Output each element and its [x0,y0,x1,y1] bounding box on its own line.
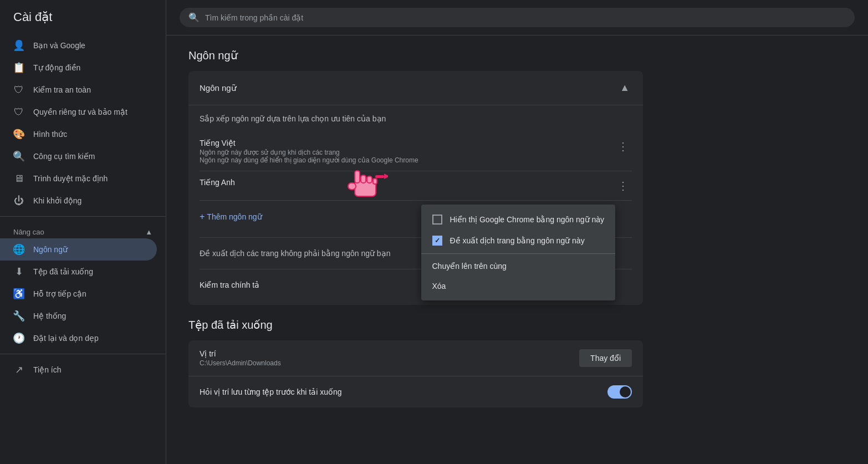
sidebar-label-trinh-duyet-mac-dinh: Trình duyệt mặc định [33,174,108,183]
download-icon: ⬇ [13,266,24,277]
autofill-icon: 📋 [13,62,24,73]
language-card-header: Ngôn ngữ ▲ [188,71,643,105]
collapse-icon: ▲ [145,228,152,236]
spell-check-label: Kiểm tra chính tả [200,281,259,289]
ctx-label-move-top: Chuyển lên trên cùng [432,262,507,271]
lang-info-anh: Tiếng Anh [200,178,235,188]
main-content: 🔍 Ngôn ngữ Ngôn ngữ ▲ Sắp xếp ngôn ngữ d… [166,0,868,464]
ask-location-toggle[interactable] [607,385,632,399]
sidebar-label-cong-cu-tim-kiem: Công cụ tìm kiếm [33,152,95,161]
sidebar-label-tep-da-tai-xuong: Tệp đã tải xuống [33,267,93,276]
lang-name-anh: Tiếng Anh [200,178,235,187]
extension-icon: ↗ [13,364,24,375]
language-card-title: Ngôn ngữ [200,83,237,93]
svg-rect-1 [348,183,356,190]
language-section-title: Ngôn ngữ [188,49,643,62]
sidebar-item-khi-khoi-dong[interactable]: ⏻ Khi khởi động [0,190,157,212]
sidebar-item-he-thong[interactable]: 🔧 Hệ thống [0,305,157,327]
sidebar-section-nang-cao[interactable]: Nâng cao ▲ [0,221,166,238]
search-input[interactable] [205,13,846,22]
svg-rect-0 [355,181,376,196]
lang-name-viet: Tiếng Việt [200,139,418,147]
sidebar-label-ban-va-google: Bạn và Google [33,41,85,50]
search-icon: 🔍 [188,12,200,23]
sidebar-item-tu-dong-dien[interactable]: 📋 Tự động điền [0,57,157,79]
sidebar-label-tien-ich: Tiện ích [33,365,62,374]
collapse-button[interactable]: ▲ [617,80,632,96]
svg-rect-2 [355,171,360,183]
sidebar: Cài đặt 👤 Bạn và Google 📋 Tự động điền 🛡… [0,0,166,464]
ctx-item-translate[interactable]: Đề xuất dịch trang bằng ngôn ngữ này [421,230,616,251]
sidebar-item-ngon-ngu[interactable]: 🌐 Ngôn ngữ [0,238,157,261]
sidebar-label-tu-dong-dien: Tự động điền [33,63,80,72]
sidebar-item-kiem-tra-an-toan[interactable]: 🛡 Kiểm tra an toàn [0,79,157,101]
svg-rect-4 [367,176,372,183]
ctx-label-translate: Đề xuất dịch trang bằng ngôn ngữ này [450,236,585,245]
sidebar-divider-2 [0,354,166,354]
sidebar-item-ban-va-google[interactable]: 👤 Bạn và Google [0,34,157,57]
sidebar-label-hinh-thuc: Hình thức [33,130,67,139]
lang-note-viet-2: Ngôn ngữ này dùng để hiển thị giao diện … [200,156,418,164]
sidebar-item-tien-ich[interactable]: ↗ Tiện ích [0,359,157,381]
sidebar-label-dat-lai-va-don-dep: Đặt lại và dọn dẹp [33,334,99,343]
svg-marker-7 [384,174,388,179]
ctx-label-delete: Xóa [432,282,446,290]
add-icon: + [200,212,205,222]
privacy-icon: 🛡 [13,106,24,118]
language-card-description: Sắp xếp ngôn ngữ dựa trên lựa chọn ưu ti… [200,114,632,123]
ctx-label-display: Hiển thị Google Chrome bằng ngôn ngữ này [450,215,605,224]
location-row: Vị trí C:\Users\Admin\Downloads Thay đổi [188,340,643,376]
location-info: Vị trí C:\Users\Admin\Downloads [200,349,281,367]
sidebar-divider-1 [0,216,166,217]
add-language-button[interactable]: + Thêm ngôn ngữ [200,207,262,226]
startup-icon: ⏻ [13,195,24,206]
context-menu: Hiển thị Google Chrome bằng ngôn ngữ này… [421,205,616,300]
svg-rect-6 [375,175,384,178]
top-bar: 🔍 [166,0,868,35]
sidebar-item-ho-tro-tiep-can[interactable]: ♿ Hỗ trợ tiếp cận [0,283,157,305]
change-location-button[interactable]: Thay đổi [579,349,632,367]
language-card-body: Sắp xếp ngôn ngữ dựa trên lựa chọn ưu ti… [188,105,643,305]
search-icon: 🔍 [13,151,24,162]
svg-rect-5 [373,179,377,184]
ctx-checkbox-translate[interactable] [432,236,442,246]
sidebar-item-hinh-thuc[interactable]: 🎨 Hình thức [0,123,157,145]
ctx-checkbox-display[interactable] [432,215,442,225]
ctx-item-move-top[interactable]: Chuyển lên trên cùng [421,256,616,276]
nang-cao-label: Nâng cao [13,228,44,236]
location-label: Vị trí [200,349,281,358]
sidebar-item-trinh-duyet-mac-dinh[interactable]: 🖥 Trình duyệt mặc định [0,167,157,190]
sidebar-item-dat-lai-va-don-dep[interactable]: 🕐 Đặt lại và dọn dẹp [0,327,157,349]
sidebar-item-cong-cu-tim-kiem[interactable]: 🔍 Công cụ tìm kiếm [0,145,157,167]
downloads-card: Vị trí C:\Users\Admin\Downloads Thay đổi… [188,340,643,407]
accessibility-icon: ♿ [13,288,24,299]
lang-note-viet-1: Ngôn ngữ này được sử dụng khi dịch các t… [200,149,418,156]
language-row-anh: Tiếng Anh ⋮ [200,171,632,201]
lang-menu-viet-button[interactable]: ⋮ [614,139,632,154]
sidebar-item-tep-da-tai-xuong[interactable]: ⬇ Tệp đã tải xuống [0,261,157,283]
ask-location-row: Hỏi vị trí lưu từng tệp trước khi tải xu… [188,376,643,407]
lang-info-viet: Tiếng Việt Ngôn ngữ này được sử dụng khi… [200,139,418,164]
language-icon: 🌐 [13,244,24,255]
sidebar-label-khi-khoi-dong: Khi khởi động [33,196,81,205]
shield-check-icon: 🛡 [13,84,24,95]
sidebar-label-kiem-tra-an-toan: Kiểm tra an toàn [33,85,91,94]
downloads-section-title: Tệp đã tải xuống [188,318,643,332]
translate-label: Đề xuất dịch các trang không phải bằng n… [200,249,390,258]
sidebar-label-quyen-rieng-tu: Quyền riêng tư và bảo mật [33,108,127,116]
lang-menu-anh-button[interactable]: ⋮ [614,178,632,193]
sidebar-label-ngon-ngu: Ngôn ngữ [33,245,68,254]
ctx-item-display[interactable]: Hiển thị Google Chrome bằng ngôn ngữ này [421,209,616,230]
add-language-label: Thêm ngôn ngữ [207,212,262,221]
ask-location-label: Hỏi vị trí lưu từng tệp trước khi tải xu… [200,387,342,396]
language-row-viet: Tiếng Việt Ngôn ngữ này được sử dụng khi… [200,132,632,171]
reset-icon: 🕐 [13,333,24,344]
system-icon: 🔧 [13,310,24,322]
sidebar-item-quyen-rieng-tu[interactable]: 🛡 Quyền riêng tư và bảo mật [0,101,157,123]
sidebar-title: Cài đặt [0,0,166,34]
ctx-item-delete[interactable]: Xóa [421,276,616,296]
search-bar[interactable]: 🔍 [180,8,855,27]
palette-icon: 🎨 [13,129,24,140]
language-card: Ngôn ngữ ▲ Sắp xếp ngôn ngữ dựa trên lựa… [188,71,643,305]
location-path: C:\Users\Admin\Downloads [200,359,281,367]
